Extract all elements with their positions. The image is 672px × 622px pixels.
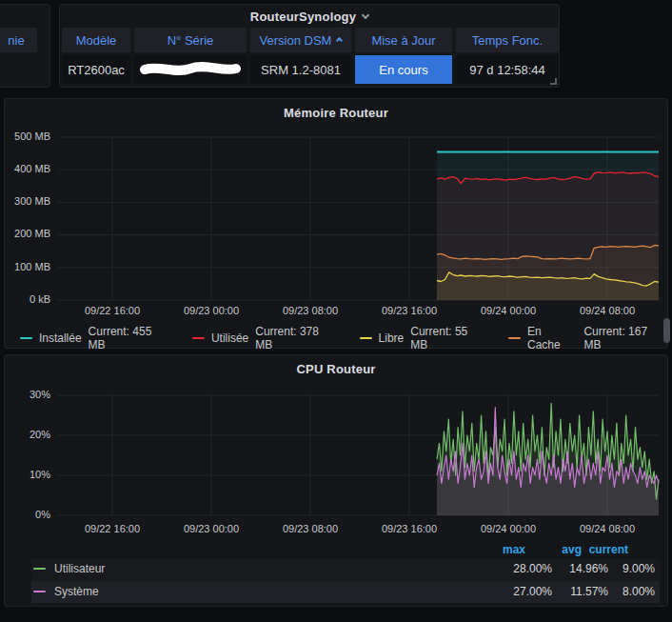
legend-header-max[interactable]: max (454, 543, 525, 556)
cell-version-dsm: SRM 1.2-8081 (250, 55, 351, 84)
cpu-panel: CPU Routeur 30% 20% 10% 0% 09/22 16:00 0… (4, 354, 668, 607)
column-header-serie[interactable]: N° Série (134, 28, 247, 52)
x-tick: 09/22 16:00 (69, 305, 155, 316)
x-tick: 09/24 00:00 (465, 305, 551, 316)
legend-item-en-cache[interactable]: En Cache Current: 167 MB (508, 325, 667, 351)
stat-max: 28.00% (481, 562, 552, 575)
legend-row-utilisateur[interactable]: Utilisateur 28.00% 14.96% 9.00% (31, 558, 660, 580)
partial-column-label: nie (8, 33, 24, 48)
cell-serie (134, 55, 247, 84)
stat-current: 9.00% (614, 562, 655, 575)
memory-panel: Mémoire Routeur 500 MB 400 MB 300 MB 200… (4, 98, 668, 349)
legend-item-installee[interactable]: Installée Current: 455 MB (20, 325, 171, 351)
x-tick: 09/24 08:00 (564, 305, 650, 316)
series-color-dash (33, 591, 46, 592)
x-tick: 09/24 08:00 (564, 523, 650, 534)
cell-mise-a-jour status-badge: En cours (355, 55, 452, 84)
y-tick: 0% (9, 509, 50, 520)
x-tick: 09/22 16:00 (69, 523, 155, 534)
series-color-dash (360, 337, 372, 339)
partial-column-header[interactable]: nie (0, 28, 37, 52)
stat-avg: 14.96% (561, 562, 608, 575)
scrollbar-thumb[interactable] (663, 318, 670, 343)
y-tick: 30% (9, 389, 50, 400)
x-tick: 09/23 16:00 (366, 523, 452, 534)
series-color-dash (192, 337, 205, 339)
memory-legend: Installée Current: 455 MB Utilisée Curre… (20, 325, 667, 351)
y-tick: 10% (9, 469, 50, 480)
y-tick: 400 MB (9, 163, 50, 174)
router-table-panel: RouteurSynology Modèle N° Série Version … (59, 4, 560, 88)
x-tick: 09/23 16:00 (366, 305, 452, 316)
column-header-modele[interactable]: Modèle (62, 28, 130, 52)
chevron-down-icon (362, 11, 369, 19)
x-tick: 09/24 00:00 (465, 523, 551, 534)
legend-header-current[interactable]: current (587, 543, 628, 556)
cell-modele: RT2600ac (62, 55, 130, 84)
series-color-dash (508, 337, 521, 339)
x-tick: 09/23 00:00 (168, 305, 254, 316)
series-color-dash (20, 337, 32, 339)
partial-table-panel: nie (0, 4, 50, 88)
legend-item-utilisee[interactable]: Utilisée Current: 378 MB (192, 325, 339, 351)
y-tick: 0 kB (9, 293, 50, 305)
panel-resize-handle[interactable] (550, 78, 557, 85)
series-color-dash (33, 568, 46, 570)
y-tick: 200 MB (9, 228, 50, 239)
cell-temps-fonc: 97 d 12:58:44 (456, 55, 559, 84)
redacted-serial-scribble (139, 62, 242, 77)
stat-current: 8.00% (614, 585, 655, 598)
sort-asc-icon (336, 36, 343, 43)
column-header-temps-fonc[interactable]: Temps Fonc. (456, 28, 559, 52)
dashboard: nie RouteurSynology Modèle N° Série Vers… (0, 0, 672, 622)
table-panel-title[interactable]: RouteurSynology (60, 10, 559, 24)
y-tick: 500 MB (9, 130, 50, 142)
y-tick: 300 MB (9, 195, 50, 207)
x-tick: 09/23 08:00 (267, 523, 353, 534)
column-header-mise-a-jour[interactable]: Mise à Jour (355, 28, 452, 52)
column-header-version-dsm[interactable]: Version DSM (250, 28, 351, 52)
stat-avg: 11.57% (561, 585, 608, 598)
legend-row-systeme[interactable]: Système 27.00% 11.57% 8.00% (31, 581, 660, 603)
y-tick: 20% (9, 429, 50, 440)
legend-header-avg[interactable]: avg (534, 543, 582, 556)
y-tick: 100 MB (9, 261, 50, 272)
x-tick: 09/23 08:00 (267, 305, 353, 316)
stat-max: 27.00% (481, 585, 552, 598)
x-tick: 09/23 00:00 (168, 523, 254, 534)
legend-item-libre[interactable]: Libre Current: 55 MB (360, 325, 487, 351)
